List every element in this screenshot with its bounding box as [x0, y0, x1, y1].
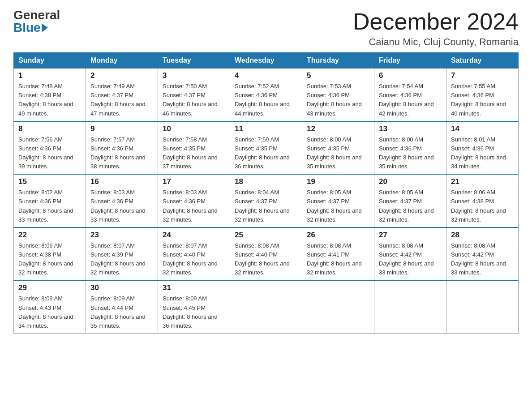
calendar-week-row: 29Sunrise: 8:09 AMSunset: 4:43 PMDayligh… — [14, 280, 519, 333]
day-info: Sunrise: 7:55 AMSunset: 4:36 PMDaylight:… — [451, 82, 514, 118]
calendar-cell — [446, 280, 519, 333]
day-info: Sunrise: 8:05 AMSunset: 4:37 PMDaylight:… — [307, 188, 369, 224]
weekday-header-row: SundayMondayTuesdayWednesdayThursdayFrid… — [14, 53, 519, 68]
calendar-cell: 26Sunrise: 8:08 AMSunset: 4:41 PMDayligh… — [302, 227, 374, 281]
day-info: Sunrise: 8:07 AMSunset: 4:40 PMDaylight:… — [163, 241, 225, 278]
month-title: December 2024 — [353, 9, 519, 34]
day-info: Sunrise: 7:56 AMSunset: 4:36 PMDaylight:… — [18, 135, 81, 171]
day-number: 5 — [307, 71, 369, 80]
day-info: Sunrise: 8:08 AMSunset: 4:40 PMDaylight:… — [235, 241, 297, 278]
page-header: General Blue December 2024 Caianu Mic, C… — [13, 9, 519, 48]
day-number: 1 — [18, 71, 81, 80]
calendar-cell: 21Sunrise: 8:06 AMSunset: 4:38 PMDayligh… — [446, 174, 519, 227]
day-number: 7 — [451, 71, 514, 80]
day-info: Sunrise: 7:52 AMSunset: 4:36 PMDaylight:… — [235, 82, 297, 118]
calendar-cell: 7Sunrise: 7:55 AMSunset: 4:36 PMDaylight… — [446, 68, 519, 121]
weekday-header-wednesday: Wednesday — [230, 53, 302, 68]
logo-general-text: General — [13, 9, 60, 21]
calendar-cell: 31Sunrise: 8:09 AMSunset: 4:45 PMDayligh… — [158, 280, 230, 333]
day-info: Sunrise: 7:58 AMSunset: 4:35 PMDaylight:… — [163, 135, 225, 171]
day-info: Sunrise: 7:48 AMSunset: 4:38 PMDaylight:… — [18, 82, 81, 118]
day-info: Sunrise: 8:08 AMSunset: 4:41 PMDaylight:… — [307, 241, 369, 278]
day-number: 12 — [307, 124, 369, 133]
location-title: Caianu Mic, Cluj County, Romania — [353, 36, 519, 48]
day-info: Sunrise: 7:50 AMSunset: 4:37 PMDaylight:… — [163, 82, 225, 118]
calendar-cell: 30Sunrise: 8:09 AMSunset: 4:44 PMDayligh… — [86, 280, 158, 333]
day-info: Sunrise: 7:49 AMSunset: 4:37 PMDaylight:… — [90, 82, 153, 118]
calendar-cell: 6Sunrise: 7:54 AMSunset: 4:36 PMDaylight… — [374, 68, 446, 121]
day-number: 2 — [90, 71, 153, 80]
calendar-cell: 12Sunrise: 8:00 AMSunset: 4:35 PMDayligh… — [302, 121, 374, 175]
calendar-cell: 23Sunrise: 8:07 AMSunset: 4:39 PMDayligh… — [86, 227, 158, 281]
calendar-week-row: 8Sunrise: 7:56 AMSunset: 4:36 PMDaylight… — [14, 121, 519, 175]
day-info: Sunrise: 8:03 AMSunset: 4:36 PMDaylight:… — [163, 188, 225, 224]
day-number: 27 — [379, 231, 442, 240]
calendar-cell: 3Sunrise: 7:50 AMSunset: 4:37 PMDaylight… — [158, 68, 230, 121]
calendar-cell: 13Sunrise: 8:00 AMSunset: 4:36 PMDayligh… — [374, 121, 446, 175]
calendar-cell: 5Sunrise: 7:53 AMSunset: 4:36 PMDaylight… — [302, 68, 374, 121]
calendar-cell — [374, 280, 446, 333]
calendar-cell: 17Sunrise: 8:03 AMSunset: 4:36 PMDayligh… — [158, 174, 230, 227]
day-number: 22 — [18, 231, 81, 240]
calendar-cell: 8Sunrise: 7:56 AMSunset: 4:36 PMDaylight… — [14, 121, 86, 175]
weekday-header-saturday: Saturday — [446, 53, 519, 68]
day-number: 15 — [18, 177, 81, 186]
calendar-cell: 4Sunrise: 7:52 AMSunset: 4:36 PMDaylight… — [230, 68, 302, 121]
day-number: 8 — [18, 124, 81, 133]
day-number: 9 — [90, 124, 153, 133]
calendar-cell: 10Sunrise: 7:58 AMSunset: 4:35 PMDayligh… — [158, 121, 230, 175]
day-number: 3 — [163, 71, 225, 80]
calendar-cell: 16Sunrise: 8:03 AMSunset: 4:36 PMDayligh… — [86, 174, 158, 227]
day-info: Sunrise: 8:04 AMSunset: 4:37 PMDaylight:… — [235, 188, 297, 224]
day-number: 18 — [235, 177, 297, 186]
calendar-cell: 25Sunrise: 8:08 AMSunset: 4:40 PMDayligh… — [230, 227, 302, 281]
day-number: 13 — [379, 124, 442, 133]
day-number: 24 — [163, 231, 225, 240]
day-info: Sunrise: 8:05 AMSunset: 4:37 PMDaylight:… — [379, 188, 442, 224]
calendar-cell: 22Sunrise: 8:06 AMSunset: 4:38 PMDayligh… — [14, 227, 86, 281]
day-info: Sunrise: 8:00 AMSunset: 4:36 PMDaylight:… — [379, 135, 442, 171]
calendar-cell: 19Sunrise: 8:05 AMSunset: 4:37 PMDayligh… — [302, 174, 374, 227]
day-info: Sunrise: 7:54 AMSunset: 4:36 PMDaylight:… — [379, 82, 442, 118]
day-info: Sunrise: 7:53 AMSunset: 4:36 PMDaylight:… — [307, 82, 369, 118]
day-info: Sunrise: 8:09 AMSunset: 4:45 PMDaylight:… — [163, 294, 225, 330]
title-area: December 2024 Caianu Mic, Cluj County, R… — [353, 9, 519, 48]
logo-blue-text: Blue — [13, 21, 48, 34]
calendar-cell: 20Sunrise: 8:05 AMSunset: 4:37 PMDayligh… — [374, 174, 446, 227]
calendar-cell — [302, 280, 374, 333]
day-info: Sunrise: 8:01 AMSunset: 4:36 PMDaylight:… — [451, 135, 514, 171]
day-info: Sunrise: 7:57 AMSunset: 4:36 PMDaylight:… — [90, 135, 153, 171]
day-number: 28 — [451, 231, 514, 240]
day-info: Sunrise: 8:02 AMSunset: 4:36 PMDaylight:… — [18, 188, 81, 224]
logo: General Blue — [13, 9, 60, 34]
logo-arrow-icon — [42, 23, 48, 32]
calendar-cell: 9Sunrise: 7:57 AMSunset: 4:36 PMDaylight… — [86, 121, 158, 175]
calendar-cell: 18Sunrise: 8:04 AMSunset: 4:37 PMDayligh… — [230, 174, 302, 227]
calendar-week-row: 1Sunrise: 7:48 AMSunset: 4:38 PMDaylight… — [14, 68, 519, 121]
day-info: Sunrise: 8:06 AMSunset: 4:38 PMDaylight:… — [18, 241, 81, 278]
calendar-cell: 14Sunrise: 8:01 AMSunset: 4:36 PMDayligh… — [446, 121, 519, 175]
day-number: 11 — [235, 124, 297, 133]
day-info: Sunrise: 8:09 AMSunset: 4:43 PMDaylight:… — [18, 294, 81, 330]
day-info: Sunrise: 8:07 AMSunset: 4:39 PMDaylight:… — [90, 241, 153, 278]
day-number: 31 — [163, 283, 225, 292]
day-info: Sunrise: 8:00 AMSunset: 4:35 PMDaylight:… — [307, 135, 369, 171]
weekday-header-monday: Monday — [86, 53, 158, 68]
calendar-cell — [230, 280, 302, 333]
calendar-cell: 27Sunrise: 8:08 AMSunset: 4:42 PMDayligh… — [374, 227, 446, 281]
day-info: Sunrise: 7:59 AMSunset: 4:35 PMDaylight:… — [235, 135, 297, 171]
day-number: 25 — [235, 231, 297, 240]
day-number: 16 — [90, 177, 153, 186]
calendar-cell: 28Sunrise: 8:08 AMSunset: 4:42 PMDayligh… — [446, 227, 519, 281]
day-info: Sunrise: 8:09 AMSunset: 4:44 PMDaylight:… — [90, 294, 153, 330]
day-number: 23 — [90, 231, 153, 240]
day-info: Sunrise: 8:08 AMSunset: 4:42 PMDaylight:… — [451, 241, 514, 278]
day-number: 26 — [307, 231, 369, 240]
day-number: 17 — [163, 177, 225, 186]
day-number: 19 — [307, 177, 369, 186]
day-number: 30 — [90, 283, 153, 292]
day-info: Sunrise: 8:08 AMSunset: 4:42 PMDaylight:… — [379, 241, 442, 278]
calendar-cell: 24Sunrise: 8:07 AMSunset: 4:40 PMDayligh… — [158, 227, 230, 281]
calendar-cell: 15Sunrise: 8:02 AMSunset: 4:36 PMDayligh… — [14, 174, 86, 227]
day-info: Sunrise: 8:03 AMSunset: 4:36 PMDaylight:… — [90, 188, 153, 224]
